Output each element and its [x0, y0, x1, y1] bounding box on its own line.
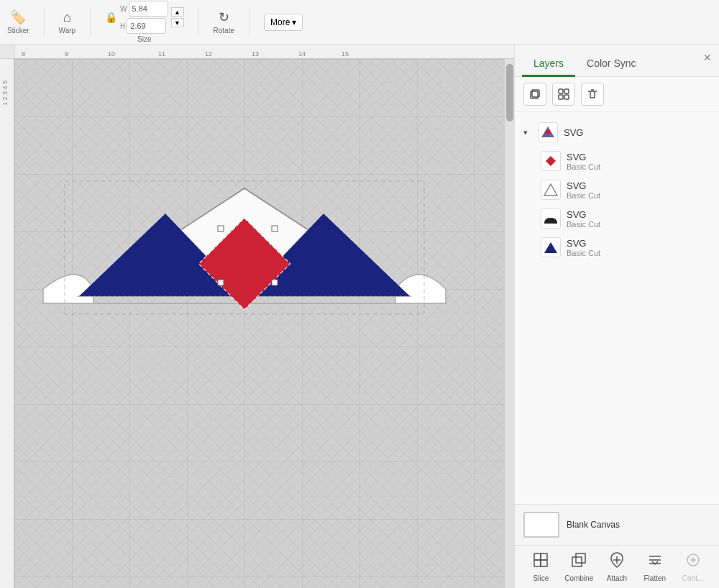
layer-name-child-1: SVG	[567, 152, 600, 162]
layer-thumb-svg-parent	[540, 124, 556, 140]
divider-1	[44, 8, 45, 37]
cont-icon	[684, 551, 702, 572]
lock-icon: 🔒	[105, 12, 117, 23]
ruler-h-numbers: 8 9 10 11 12 13 14 15	[14, 45, 514, 58]
canvas-area: 8 9 10 11 12 13 14 15 1 2 3 4 5	[0, 45, 514, 588]
warp-label: Warp	[59, 27, 76, 35]
size-group: 🔒 W 5.84 H 2.69 ▲ ▼ Size	[105, 1, 183, 43]
slice-label: Slice	[533, 574, 549, 582]
layer-item-child-4[interactable]: SVG Basic Cut	[515, 233, 719, 262]
ruler-vertical: 1 2 3 4 5	[0, 59, 14, 588]
slice-svg	[532, 551, 549, 569]
svg-rect-19	[546, 156, 556, 166]
slice-icon	[532, 551, 549, 572]
combine-label: Combine	[564, 574, 593, 582]
layer-name-parent: SVG	[564, 127, 583, 138]
svg-marker-21	[544, 242, 557, 253]
layer-thumb-child-1	[541, 151, 561, 171]
svg-rect-7	[272, 226, 278, 231]
tab-layers[interactable]: Layers	[522, 52, 575, 77]
cont-label: Cont...	[682, 574, 703, 582]
svg-rect-22	[534, 553, 541, 560]
tab-color-sync[interactable]: Color Sync	[575, 52, 647, 77]
svg-rect-13	[559, 89, 563, 93]
rotate-icon: ↻	[219, 9, 229, 25]
divider-3	[198, 8, 199, 37]
panel-actions	[515, 77, 719, 112]
cont-svg	[684, 551, 702, 569]
scrollbar-thumb[interactable]	[506, 64, 513, 121]
duplicate-icon	[529, 88, 541, 100]
ruler-horizontal: 8 9 10 11 12 13 14 15	[14, 45, 514, 59]
delete-button[interactable]	[581, 83, 604, 106]
more-arrow: ▾	[292, 17, 296, 27]
layer-expand-chevron: ▾	[523, 128, 532, 137]
svg-rect-15	[559, 95, 563, 99]
canvas-with-ruler: 1 2 3 4 5	[0, 59, 514, 588]
panel-bottom: Blank Canvas	[515, 504, 719, 545]
layer-info-child-2: SVG Basic Cut	[567, 180, 600, 200]
size-down-btn[interactable]: ▼	[171, 18, 184, 27]
canvas-grid[interactable]	[14, 59, 504, 588]
width-input[interactable]: 5.84	[129, 1, 168, 17]
svg-marker-20	[544, 184, 557, 196]
layer-info-parent: SVG	[564, 127, 583, 138]
svg-rect-9	[272, 280, 278, 285]
ruler-num-12: 12	[205, 50, 212, 58]
layer-item-child-3[interactable]: SVG Basic Cut	[515, 204, 719, 233]
layer-thumb-parent	[538, 122, 558, 142]
duplicate-button[interactable]	[523, 83, 546, 106]
more-label: More	[270, 17, 290, 27]
size-up-btn[interactable]: ▲	[171, 7, 184, 17]
combine-icon	[570, 551, 587, 572]
layer-sub-child-2: Basic Cut	[567, 191, 600, 200]
panel-tabs: Layers Color Sync ✕	[515, 45, 719, 77]
layer-thumb-child-3	[541, 208, 561, 229]
layer-sub-child-1: Basic Cut	[567, 162, 600, 171]
main-content: 8 9 10 11 12 13 14 15 1 2 3 4 5	[0, 45, 719, 588]
divider-4	[249, 8, 249, 37]
ruler-top-row: 8 9 10 11 12 13 14 15	[0, 45, 514, 59]
flatten-svg	[646, 551, 664, 569]
attach-svg	[608, 551, 626, 569]
attach-icon	[608, 551, 626, 572]
ruler-corner	[0, 45, 14, 59]
panel-bottom-toolbar: Slice Combine	[515, 545, 719, 588]
combine-svg	[570, 551, 587, 569]
ruler-num-10: 10	[108, 50, 115, 58]
layer-sub-child-4: Basic Cut	[567, 249, 600, 257]
svg-rect-27	[576, 553, 585, 563]
svg-rect-25	[541, 560, 547, 566]
flatten-button[interactable]: Flatten	[637, 551, 673, 582]
svg-rect-6	[218, 226, 224, 231]
sticker-icon: 🏷️	[10, 9, 26, 25]
panel-close-icon[interactable]: ✕	[703, 52, 712, 63]
blank-canvas-thumbnail	[523, 512, 559, 538]
layer-name-child-4: SVG	[567, 238, 600, 249]
svg-rect-8	[218, 280, 224, 285]
layer-info-child-1: SVG Basic Cut	[567, 152, 600, 171]
rotate-label: Rotate	[214, 27, 234, 35]
delete-icon	[587, 88, 598, 100]
layer-item-child-1[interactable]: SVG Basic Cut	[515, 147, 719, 175]
ruler-num-9: 9	[65, 50, 68, 58]
more-button[interactable]: More ▾	[264, 14, 303, 31]
slice-button[interactable]: Slice	[523, 551, 559, 582]
attach-button[interactable]: Attach	[599, 551, 635, 582]
layer-thumb-svg-4	[543, 239, 559, 255]
divider-2	[90, 8, 91, 37]
size-label: Size	[137, 35, 151, 43]
scrollbar-vertical[interactable]	[504, 59, 514, 588]
layer-item-child-2[interactable]: SVG Basic Cut	[515, 175, 719, 204]
combine-button[interactable]: Combine	[561, 551, 597, 582]
layer-sub-child-3: Basic Cut	[567, 220, 600, 229]
layer-name-child-3: SVG	[567, 209, 600, 220]
flatten-icon	[646, 551, 664, 572]
height-input[interactable]: 2.69	[127, 18, 166, 34]
cont-button[interactable]: Cont...	[675, 551, 711, 582]
right-panel: Layers Color Sync ✕	[514, 45, 719, 588]
group-button[interactable]	[552, 83, 575, 106]
attach-label: Attach	[607, 574, 627, 582]
layer-item-parent[interactable]: ▾ SVG	[515, 118, 719, 147]
layer-thumb-svg-2	[543, 182, 559, 198]
